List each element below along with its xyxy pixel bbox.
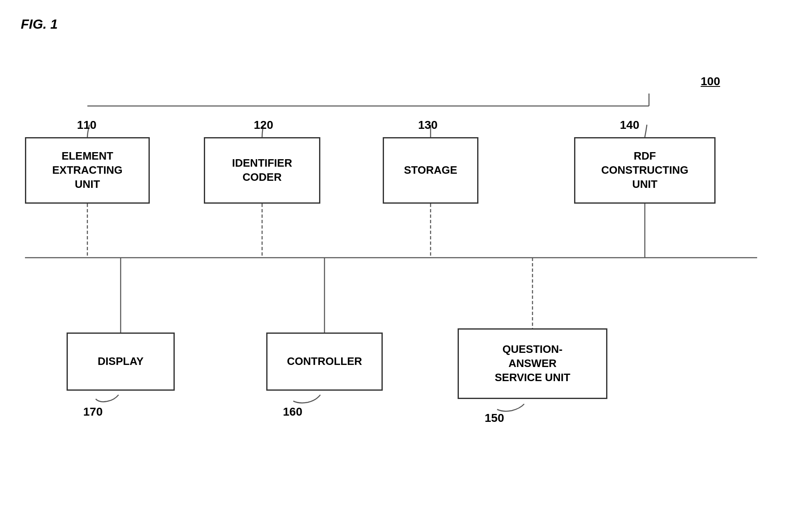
box-170-label: DISPLAY: [98, 355, 144, 369]
ref-150: 150: [485, 411, 504, 425]
box-rdf-constructing-unit: RDFCONSTRUCTINGUNIT: [574, 137, 716, 204]
box-140-label: RDFCONSTRUCTINGUNIT: [601, 149, 688, 191]
box-controller: CONTROLLER: [266, 332, 383, 391]
box-120-label: IDENTIFIERCODER: [232, 156, 292, 185]
box-130-label: STORAGE: [404, 163, 457, 177]
box-storage: STORAGE: [383, 137, 478, 204]
ref-170: 170: [83, 405, 103, 419]
ref-100: 100: [701, 75, 720, 88]
box-160-label: CONTROLLER: [287, 355, 362, 369]
box-display: DISPLAY: [67, 332, 175, 391]
ref-110: 110: [77, 118, 97, 132]
ref-130: 130: [418, 118, 438, 132]
ref-140: 140: [620, 118, 639, 132]
diagram: FIG. 1 100 ELEMENTEXTRACTINGUNIT IDENTIF…: [0, 0, 795, 532]
box-identifier-coder: IDENTIFIERCODER: [204, 137, 320, 204]
diagram-lines: [0, 0, 795, 532]
box-question-answer-service-unit: QUESTION-ANSWERSERVICE UNIT: [458, 328, 607, 399]
box-110-label: ELEMENTEXTRACTINGUNIT: [52, 149, 123, 191]
box-element-extracting-unit: ELEMENTEXTRACTINGUNIT: [25, 137, 150, 204]
figure-label: FIG. 1: [21, 17, 58, 32]
ref-160: 160: [283, 405, 302, 419]
box-150-label: QUESTION-ANSWERSERVICE UNIT: [495, 342, 570, 384]
ref-120: 120: [254, 118, 273, 132]
